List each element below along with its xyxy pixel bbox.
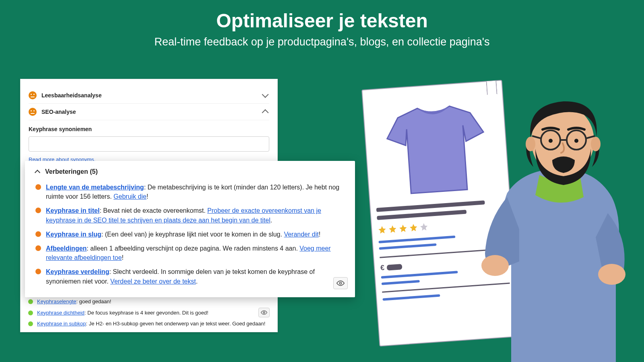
skeleton-line xyxy=(382,294,440,301)
improvement-item: Afbeeldingen: alleen 1 afbeelding versch… xyxy=(35,241,345,265)
skeleton-pill xyxy=(387,264,402,271)
good-item-link[interactable]: Keyphrase dichtheid xyxy=(37,310,85,316)
improvement-link[interactable]: Keyphrase verdeling xyxy=(46,268,109,275)
hero-subtitle: Real-time feedback op je productpagina's… xyxy=(0,36,644,48)
star-icon xyxy=(409,223,418,232)
improvement-text: : (Een deel van) je keyphrase lijkt niet… xyxy=(101,231,284,238)
good-item-text: : De focus keyphrase is 4 keer gevonden.… xyxy=(85,310,208,316)
improvements-header: Verbeteringen (5) xyxy=(45,168,98,175)
bullet-good-icon xyxy=(28,311,33,315)
star-empty-icon xyxy=(419,222,429,231)
illustration: € xyxy=(370,68,628,362)
seo-accordion[interactable]: SEO-analyse xyxy=(29,104,269,120)
improvement-action[interactable]: Gebruik die xyxy=(114,193,147,200)
improvement-text: : alleen 1 afbeelding verschijnt op deze… xyxy=(87,245,299,252)
svg-point-12 xyxy=(549,139,553,143)
improvements-panel: Verbeteringen (5) Lengte van de metabesc… xyxy=(25,161,355,297)
svg-point-3 xyxy=(598,264,625,285)
svg-point-2 xyxy=(481,255,509,276)
bullet-warn-icon xyxy=(35,269,41,274)
skeleton-line xyxy=(382,280,420,285)
bullet-good-icon xyxy=(28,299,33,304)
improvements-toggle[interactable]: Verbeteringen (5) xyxy=(35,168,345,180)
svg-point-1 xyxy=(340,282,342,284)
good-item-text: : goed gedaan! xyxy=(76,298,111,304)
bullet-warn-icon xyxy=(35,184,41,190)
highlight-button[interactable] xyxy=(258,308,270,317)
improvement-item: Keyphrase in slug: (Een deel van) je key… xyxy=(35,227,345,241)
currency-label: € xyxy=(380,263,384,272)
improvement-link[interactable]: Keyphrase in titel xyxy=(46,207,99,214)
bullet-good-icon xyxy=(28,321,33,326)
svg-point-13 xyxy=(574,139,578,143)
star-icon xyxy=(388,224,397,234)
hero: Optimaliseer je teksten Real-time feedba… xyxy=(0,0,644,48)
improvement-item: Keyphrase verdeling: Slecht verdeeld. In… xyxy=(35,265,345,288)
bullet-warn-icon xyxy=(35,231,41,237)
chevron-down-icon xyxy=(262,91,269,98)
svg-point-5 xyxy=(526,137,535,151)
skeleton-line xyxy=(381,271,458,278)
bullet-warn-icon xyxy=(35,245,41,251)
skeleton-line xyxy=(377,210,466,220)
skeleton-line xyxy=(378,236,455,243)
good-item-link[interactable]: Keyphrase in subkop xyxy=(37,321,86,327)
bullet-warn-icon xyxy=(35,208,41,213)
improvement-link[interactable]: Lengte van de metabeschrijving xyxy=(46,184,144,191)
svg-point-0 xyxy=(263,312,265,313)
synonyms-input[interactable] xyxy=(29,136,269,152)
good-item: Keyphrase in subkop: Je H2- en H3-subkop… xyxy=(28,319,270,328)
good-item-link[interactable]: Keyphraselengte xyxy=(37,298,76,304)
good-item: Keyphraselengte: goed gedaan! xyxy=(28,297,270,306)
good-item-text: : Je H2- en H3-subkop geven het onderwer… xyxy=(86,321,265,327)
improvement-action[interactable]: Verdeel ze beter over de tekst xyxy=(110,278,196,285)
hero-title: Optimaliseer je teksten xyxy=(0,10,644,32)
status-ok-icon xyxy=(29,91,37,99)
highlight-button[interactable] xyxy=(333,277,348,289)
seo-label: SEO-analyse xyxy=(41,109,263,115)
star-icon xyxy=(398,224,408,233)
improvement-item: Keyphrase in titel: Bevat niet de exacte… xyxy=(35,204,345,227)
readability-accordion[interactable]: Leesbaarheidsanalyse xyxy=(29,87,269,104)
skeleton-line xyxy=(379,243,437,250)
svg-point-6 xyxy=(591,137,601,151)
improvement-text: : Bevat niet de exacte overeenkomst. xyxy=(99,207,207,214)
person-illustration xyxy=(463,93,632,362)
chevron-up-icon xyxy=(262,109,269,116)
improvement-action[interactable]: Verander dit xyxy=(284,231,318,238)
chevron-up-icon xyxy=(35,170,40,175)
improvement-item: Lengte van de metabeschrijving: De metab… xyxy=(35,180,345,204)
improvement-link[interactable]: Afbeeldingen xyxy=(46,245,87,252)
eye-icon xyxy=(261,309,267,316)
synonyms-label: Keyphrase synoniemen xyxy=(29,126,269,132)
eye-icon xyxy=(336,279,345,287)
star-icon xyxy=(378,225,387,234)
readability-label: Leesbaarheidsanalyse xyxy=(41,92,263,99)
good-item: Keyphrase dichtheid: De focus keyphrase … xyxy=(28,306,270,319)
status-ok-icon xyxy=(29,108,37,116)
improvement-link[interactable]: Keyphrase in slug xyxy=(46,231,101,238)
